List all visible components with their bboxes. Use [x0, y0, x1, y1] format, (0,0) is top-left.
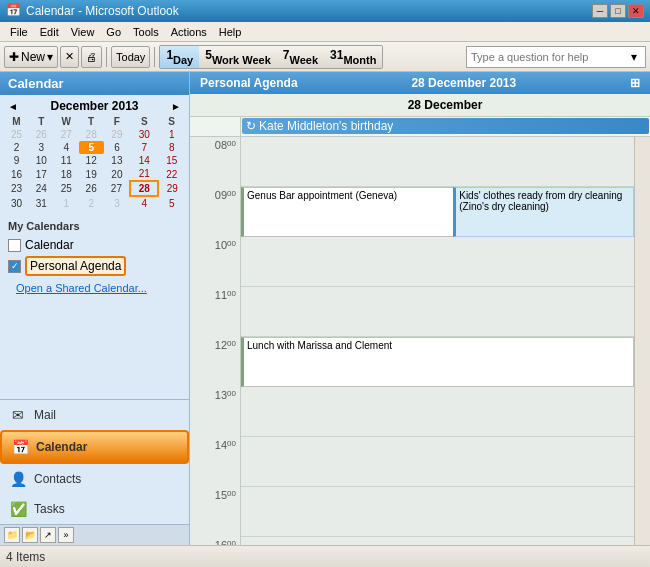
- maximize-button[interactable]: □: [610, 4, 626, 18]
- event-lunch[interactable]: Lunch with Marissa and Clement: [241, 337, 634, 387]
- calendar-day[interactable]: 7: [130, 141, 158, 154]
- calendar-day[interactable]: 11: [54, 154, 79, 167]
- menu-file[interactable]: File: [4, 24, 34, 40]
- calendar-day[interactable]: 26: [29, 128, 54, 141]
- calendar-day[interactable]: 16: [4, 167, 29, 181]
- calendar-day[interactable]: 24: [29, 181, 54, 196]
- day-view-button[interactable]: 1Day: [160, 46, 199, 68]
- print-button[interactable]: 🖨: [81, 46, 102, 68]
- app-icon: 📅: [6, 3, 22, 19]
- open-shared-calendar[interactable]: Open a Shared Calendar...: [8, 278, 181, 298]
- calendar-day[interactable]: 1: [54, 196, 79, 210]
- time-label: 1300: [190, 387, 240, 437]
- time-label: 1600: [190, 537, 240, 545]
- calendar-day[interactable]: 15: [158, 154, 185, 167]
- sidebar-item-tasks[interactable]: ✅ Tasks: [0, 494, 189, 524]
- calendar-day[interactable]: 12: [79, 154, 104, 167]
- calendar-day[interactable]: 25: [54, 181, 79, 196]
- cal-view-header: Personal Agenda 28 December 2013 ⊞: [190, 72, 650, 94]
- weekday-header: T: [79, 115, 104, 128]
- weekday-header: S: [130, 115, 158, 128]
- minimize-button[interactable]: ─: [592, 4, 608, 18]
- expand-btn[interactable]: »: [58, 527, 74, 543]
- personal-checkbox[interactable]: ✓: [8, 260, 21, 273]
- calendar-day[interactable]: 17: [29, 167, 54, 181]
- menu-go[interactable]: Go: [100, 24, 127, 40]
- calendar-day[interactable]: 25: [4, 128, 29, 141]
- folder-btn-2[interactable]: 📂: [22, 527, 38, 543]
- calendar-day[interactable]: 28: [79, 128, 104, 141]
- time-label: 1000: [190, 237, 240, 287]
- separator2: [154, 47, 155, 67]
- menu-view[interactable]: View: [65, 24, 101, 40]
- calendar-day[interactable]: 5: [79, 141, 104, 154]
- week-view-button[interactable]: 7Week: [277, 46, 324, 68]
- mini-cal-header: ◄ December 2013 ►: [4, 99, 185, 113]
- help-input[interactable]: [471, 51, 631, 63]
- event-genus-bar[interactable]: Genus Bar appointment (Geneva): [241, 187, 457, 237]
- tasks-label: Tasks: [34, 502, 65, 516]
- vertical-scrollbar[interactable]: [634, 137, 650, 545]
- calendar-day[interactable]: 9: [4, 154, 29, 167]
- sidebar-item-contacts[interactable]: 👤 Contacts: [0, 464, 189, 494]
- dropdown-icon: ▾: [47, 50, 53, 64]
- delete-button[interactable]: ✕: [60, 46, 79, 68]
- calendar-day[interactable]: 3: [29, 141, 54, 154]
- calendar-day[interactable]: 6: [104, 141, 131, 154]
- calendar-day[interactable]: 29: [158, 181, 185, 196]
- calendar-day[interactable]: 21: [130, 167, 158, 181]
- calendar-day[interactable]: 26: [79, 181, 104, 196]
- today-button[interactable]: Today: [111, 46, 150, 68]
- calendar-day[interactable]: 4: [54, 141, 79, 154]
- allday-event-birthday[interactable]: ↻ Kate Middleton's birthday: [242, 118, 649, 134]
- help-box[interactable]: ▾: [466, 46, 646, 68]
- calendar-day[interactable]: 14: [130, 154, 158, 167]
- close-button[interactable]: ✕: [628, 4, 644, 18]
- time-grid[interactable]: 0800090010001100120013001400150016001700…: [190, 137, 650, 545]
- time-label: 1200: [190, 337, 240, 387]
- calendar-day[interactable]: 8: [158, 141, 185, 154]
- calendar-day[interactable]: 2: [79, 196, 104, 210]
- calendar-day[interactable]: 31: [29, 196, 54, 210]
- calendar-day[interactable]: 10: [29, 154, 54, 167]
- calendar-checkbox[interactable]: [8, 239, 21, 252]
- calendar-day[interactable]: 22: [158, 167, 185, 181]
- calendar-day[interactable]: 27: [54, 128, 79, 141]
- menu-tools[interactable]: Tools: [127, 24, 165, 40]
- folder-btn-1[interactable]: 📁: [4, 527, 20, 543]
- prev-month-button[interactable]: ◄: [4, 101, 22, 112]
- menu-edit[interactable]: Edit: [34, 24, 65, 40]
- menu-actions[interactable]: Actions: [165, 24, 213, 40]
- month-view-button[interactable]: 31Month: [324, 46, 382, 68]
- new-button[interactable]: ✚ New ▾: [4, 46, 58, 68]
- calendar-day[interactable]: 30: [4, 196, 29, 210]
- calendar-day[interactable]: 28: [130, 181, 158, 196]
- calendar-day[interactable]: 1: [158, 128, 185, 141]
- calendar-day[interactable]: 2: [4, 141, 29, 154]
- calendar-day[interactable]: 27: [104, 181, 131, 196]
- calendar-day[interactable]: 19: [79, 167, 104, 181]
- help-dropdown-icon[interactable]: ▾: [631, 50, 637, 64]
- contacts-label: Contacts: [34, 472, 81, 486]
- calendar-day[interactable]: 18: [54, 167, 79, 181]
- calendar-day[interactable]: 23: [4, 181, 29, 196]
- menu-help[interactable]: Help: [213, 24, 248, 40]
- sidebar-item-mail[interactable]: ✉ Mail: [0, 400, 189, 430]
- calendar-day[interactable]: 5: [158, 196, 185, 210]
- calendar-day[interactable]: 29: [104, 128, 131, 141]
- calendar-day[interactable]: 3: [104, 196, 131, 210]
- calendar-day[interactable]: 13: [104, 154, 131, 167]
- calendar-day[interactable]: 30: [130, 128, 158, 141]
- window-title: Calendar - Microsoft Outlook: [26, 4, 592, 18]
- calendar-day[interactable]: 20: [104, 167, 131, 181]
- weekday-header: T: [29, 115, 54, 128]
- workweek-view-button[interactable]: 5Work Week: [199, 46, 277, 68]
- calendar-item-personal[interactable]: ✓ Personal Agenda: [8, 254, 181, 278]
- time-label: 1500: [190, 487, 240, 537]
- event-kids-clothes[interactable]: Kids' clothes ready from dry cleaning (Z…: [453, 187, 634, 237]
- next-month-button[interactable]: ►: [167, 101, 185, 112]
- calendar-item-calendar[interactable]: Calendar: [8, 236, 181, 254]
- sidebar-item-calendar[interactable]: 📅 Calendar: [0, 430, 189, 464]
- calendar-day[interactable]: 4: [130, 196, 158, 210]
- arrow-btn[interactable]: ↗: [40, 527, 56, 543]
